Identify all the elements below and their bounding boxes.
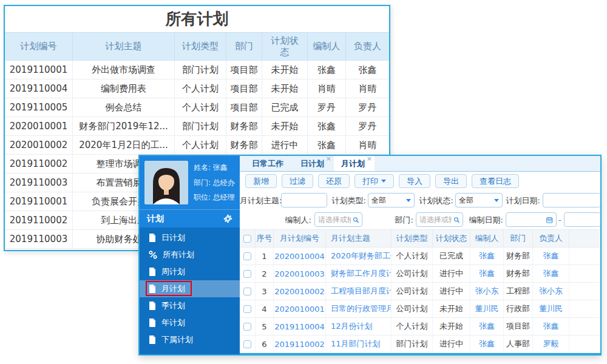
plan-id-link[interactable]: 2019110004 (274, 318, 326, 335)
cell-dept: 项目部 (226, 61, 262, 79)
table-row[interactable]: 2020010002 2020年1月2日的工... 个人计划 财务部 进行中 张… (5, 136, 389, 155)
toolbar-button-2[interactable]: 过滤 (282, 174, 313, 188)
cell-plan-id: 2019110003 (5, 174, 73, 192)
cell-owner: 罗丹 (346, 98, 389, 116)
column-header-plan-id: 月计划编号 (274, 230, 326, 247)
gear-icon[interactable] (223, 214, 232, 223)
plan-subject-link[interactable]: 工程项目部月度计划 (326, 283, 392, 300)
sidebar-item-6[interactable]: 年计划 (140, 314, 240, 331)
toolbar-button-3[interactable]: 还原 (318, 174, 350, 188)
tab-2[interactable]: 日计划 × (293, 156, 334, 171)
tab-3[interactable]: 月计划 × (334, 156, 375, 171)
plan-status-select[interactable]: 全部 (455, 193, 503, 207)
toolbar-button-4[interactable]: 打印 (354, 174, 394, 188)
filter-label-creator: 编制人: (276, 215, 311, 226)
file-icon (149, 302, 156, 310)
creator-link[interactable]: 董川民 (470, 300, 504, 317)
creator-link[interactable]: 张鑫 (470, 248, 504, 265)
cell-creator: 张鑫 (308, 136, 346, 154)
subject-input[interactable] (281, 193, 327, 207)
plan-subject-link[interactable]: 12月份计划 (326, 318, 392, 335)
column-header-dept: 部门 (226, 33, 262, 60)
cell-plan-type: 个人计划 (175, 98, 226, 116)
table-row[interactable]: 2020010001 财务部门2019年12... 部门计划 财务部 未开始 张… (5, 117, 389, 136)
toolbar-button-7[interactable]: 查看日志 (472, 174, 519, 188)
owner-link[interactable]: 张小东 (533, 283, 569, 300)
cell-no: 4 (256, 300, 274, 317)
table-row[interactable]: 4 2020010001 日常的行政管理月计划 公司计划 未开始 董川民 行政部… (240, 300, 600, 318)
sidebar: 姓名: 张鑫 部门: 总经办 职位: 总经理 计划 (140, 156, 240, 354)
sidebar-item-label: 所有计划 (163, 249, 194, 260)
owner-link[interactable]: 罗毅 (533, 335, 569, 352)
creator-search-input[interactable] (314, 212, 362, 227)
dept-search-input[interactable] (416, 212, 463, 227)
cell-status: 未开始 (433, 300, 470, 317)
create-date-end-input[interactable] (564, 212, 601, 227)
cell-plan-subject: 例会总结 (73, 98, 175, 116)
owner-link[interactable]: 董川民 (533, 300, 569, 317)
cell-plan-status: 未开始 (262, 79, 308, 98)
row-checkbox[interactable] (243, 288, 251, 295)
search-icon[interactable] (453, 216, 459, 224)
all-plans-title: 所有计划 (5, 6, 389, 32)
table-row[interactable]: 5 2019110004 12月份计划 个人计划 未开始 张鑫 项目部 张鑫 (240, 318, 600, 335)
table-row[interactable]: 2019110001 外出做市场调查 部门计划 项目部 未开始 张鑫 张鑫 (5, 61, 389, 79)
plan-date-input[interactable] (543, 193, 601, 207)
creator-link[interactable]: 张小东 (470, 283, 504, 300)
tab-1[interactable]: 日常工作 (245, 156, 293, 171)
row-checkbox[interactable] (243, 270, 251, 278)
plan-id-link[interactable]: 2020010002 (274, 283, 326, 300)
sidebar-item-5[interactable]: 季计划 (140, 297, 240, 314)
plan-id-link[interactable]: 2020010004 (274, 248, 326, 265)
sidebar-item-1[interactable]: 日计划 (140, 229, 240, 246)
search-icon[interactable] (353, 216, 359, 224)
create-date-start-input[interactable] (506, 212, 557, 227)
file-icon (149, 234, 156, 242)
calendar-icon[interactable] (546, 216, 553, 224)
sidebar-item-7[interactable]: 下属计划 (140, 331, 240, 348)
link-icon (149, 251, 157, 259)
plan-subject-link[interactable]: 日常的行政管理月计划 (326, 300, 392, 317)
plan-subject-link[interactable]: 11月部门计划 (326, 335, 392, 352)
creator-link[interactable]: 张鑫 (470, 335, 504, 352)
plan-type-select[interactable]: 全部 (368, 193, 415, 207)
creator-link[interactable]: 张鑫 (470, 318, 504, 335)
table-row[interactable]: 1 2020010004 2020年财务部工作月... 个人计划 已完成 张鑫 … (240, 248, 600, 265)
cell-dept: 人事部 (504, 335, 533, 352)
owner-link[interactable]: 张鑫 (533, 248, 569, 265)
plan-subject-link[interactable]: 2020年财务部工作月... (326, 248, 392, 265)
filter-panel: 月计划主题: 计划类型: 全部 计划状态: 全部 计划日期: (240, 190, 600, 229)
table-row[interactable]: 2019110005 例会总结 个人计划 项目部 已完成 罗丹 罗丹 (5, 98, 389, 117)
row-checkbox[interactable] (243, 340, 251, 348)
select-all-checkbox[interactable] (243, 235, 251, 243)
sidebar-item-2[interactable]: 所有计划 (140, 246, 240, 263)
table-row[interactable]: 3 2020010002 工程项目部月度计划 公司计划 进行中 张小东 工程部 … (240, 283, 600, 300)
sidebar-section-plan[interactable]: 计划 (140, 209, 240, 228)
owner-link[interactable]: 张鑫 (533, 318, 569, 335)
toolbar-button-5[interactable]: 导入 (399, 174, 430, 188)
row-checkbox[interactable] (243, 252, 251, 260)
sidebar-item-3[interactable]: 周计划 (140, 263, 240, 280)
cell-no: 1 (256, 248, 274, 265)
plan-id-link[interactable]: 2019110002 (274, 335, 326, 352)
plan-subject-link[interactable]: 财务部工作月度计划 (326, 265, 392, 282)
row-checkbox[interactable] (243, 323, 251, 331)
filter-label-create-date: 编制日期: (461, 215, 503, 226)
owner-link[interactable]: 张鑫 (533, 265, 569, 282)
row-checkbox[interactable] (243, 305, 251, 313)
plan-id-link[interactable]: 2020010003 (274, 265, 326, 282)
plan-id-link[interactable]: 2020010001 (274, 300, 326, 317)
sidebar-section-label: 计划 (147, 214, 164, 224)
table-row[interactable]: 6 2019110002 11月部门计划 部门计划 进行中 张鑫 人事部 罗毅 (240, 335, 600, 353)
cell-status: 未开始 (433, 318, 470, 335)
close-icon[interactable]: × (326, 155, 331, 162)
toolbar-button-6[interactable]: 导出 (435, 174, 467, 188)
close-icon[interactable]: × (367, 155, 372, 162)
table-row[interactable]: 2 2020010003 财务部工作月度计划 公司计划 进行中 张鑫 财务部 张… (240, 265, 600, 283)
cell-dept: 项目部 (226, 79, 262, 98)
sidebar-item-4[interactable]: 月计划 (140, 280, 240, 297)
toolbar-button-1[interactable]: 新增 (245, 174, 277, 188)
creator-link[interactable]: 张鑫 (470, 265, 504, 282)
table-row[interactable]: 2019110004 编制费用表 个人计划 项目部 未开始 肖晴 肖晴 (5, 79, 389, 98)
column-header-plan-status: 计划状态 (262, 33, 308, 60)
